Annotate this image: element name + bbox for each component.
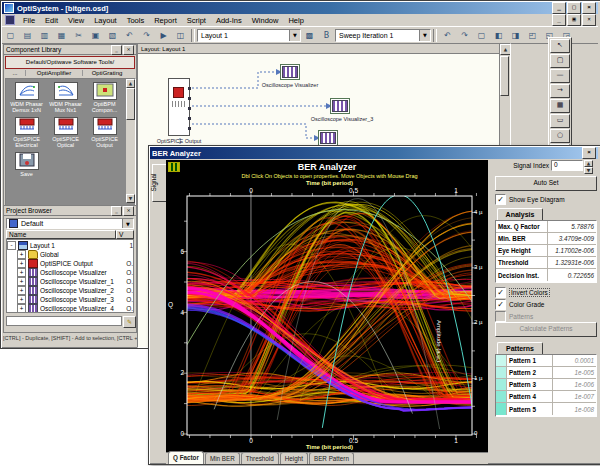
report-view-button[interactable]: ◧ — [490, 28, 507, 43]
checkbox-checked-icon[interactable] — [495, 194, 506, 205]
menu-item-tools[interactable]: Tools — [122, 14, 150, 27]
cut-button[interactable]: ✂ — [70, 28, 87, 43]
port-icon[interactable] — [188, 117, 191, 120]
tree-row-visualizer3[interactable]: + Oscilloscope Visualizer_3 O. — [17, 295, 134, 304]
spin-up-icon[interactable]: ▲ — [584, 160, 593, 167]
library-tab-optiamplifier[interactable]: OptiAmplifier — [26, 70, 83, 76]
redo-button[interactable]: ↷ — [138, 28, 155, 43]
page-view-button[interactable]: ▢ — [473, 28, 490, 43]
minimize-icon[interactable]: _ — [552, 2, 566, 14]
forward-button[interactable]: ↷ — [456, 28, 473, 43]
color-grade-checkbox-row[interactable]: Color Grade — [495, 299, 544, 310]
library-item[interactable]: OptiSPICE Optical — [46, 115, 85, 148]
menu-item-window[interactable]: Window — [247, 14, 284, 27]
expand-icon[interactable]: + — [17, 268, 26, 277]
panel-close-icon[interactable]: × — [123, 206, 134, 216]
doc-minimize-icon[interactable]: _ — [552, 14, 566, 26]
component-button[interactable]: ▦ — [550, 99, 570, 113]
layout-select[interactable]: Layout 1 ▼ — [197, 29, 301, 42]
port-icon[interactable] — [188, 87, 191, 90]
sweep-mode-button[interactable]: B — [318, 28, 335, 43]
tab-height[interactable]: Height — [280, 452, 308, 464]
layout-manager-button[interactable]: ◫ — [172, 28, 189, 43]
expand-icon[interactable]: + — [17, 250, 26, 259]
menu-item-file[interactable]: File — [18, 14, 40, 27]
tab-threshold[interactable]: Threshold — [241, 452, 279, 464]
library-item[interactable]: WDM Phasar Demux 1xN — [7, 80, 46, 113]
oscilloscope-visualizer3-component[interactable] — [330, 98, 350, 114]
edit-pencil-icon[interactable]: ✎ — [123, 316, 136, 328]
expand-icon[interactable]: + — [17, 286, 26, 295]
tree-row-visualizer[interactable]: + Oscilloscope Visualizer O. — [17, 268, 134, 277]
grid-view-button[interactable]: ▩ — [301, 28, 318, 43]
app-titlebar[interactable]: OptiSystem - [bitgen.osd] _ □ × — [2, 2, 598, 14]
spin-down-icon[interactable]: ▼ — [584, 167, 593, 174]
ellipse-button[interactable]: ○ — [550, 129, 570, 143]
menu-item-edit[interactable]: Edit — [40, 14, 63, 27]
menu-item-view[interactable]: View — [63, 14, 89, 27]
select-button[interactable]: ↖ — [550, 39, 570, 53]
hand-button[interactable]: — — [550, 69, 570, 83]
port-icon[interactable] — [188, 127, 191, 130]
library-tab-optigrating[interactable]: OptiGrating — [83, 70, 131, 76]
checkbox-checked-icon[interactable] — [495, 287, 506, 298]
tree-row-visualizer4[interactable]: + Oscilloscope Visualizer_4 O. — [17, 304, 134, 313]
signal-index-spinner[interactable]: ▲ ▼ — [584, 160, 593, 171]
new-button[interactable]: ▢ — [2, 28, 19, 43]
checkbox-checked-icon[interactable] — [495, 299, 506, 310]
show-eye-checkbox-row[interactable]: Show Eye Diagram — [495, 194, 565, 205]
menu-item-report[interactable]: Report — [149, 14, 182, 27]
column-name[interactable]: Name — [6, 230, 116, 239]
auto-set-button[interactable]: Auto Set — [495, 176, 597, 191]
marquee-button[interactable]: ▢ — [550, 54, 570, 68]
tree-row-optispice-output[interactable]: + OptiSPICE Output O. — [17, 259, 134, 268]
tab-min-ber[interactable]: Min BER — [205, 452, 240, 464]
library-scrollbar[interactable]: ▲ ▼ — [126, 79, 135, 203]
scroll-up-icon[interactable]: ▲ — [126, 79, 135, 88]
save-button[interactable]: ▥ — [36, 28, 53, 43]
column-value[interactable]: V — [116, 230, 134, 239]
close-icon[interactable]: × — [582, 147, 596, 159]
scroll-up-icon[interactable]: ▲ — [500, 44, 511, 55]
tree-row-visualizer2[interactable]: + Oscilloscope Visualizer_2 O. — [17, 286, 134, 295]
menu-item-help[interactable]: Help — [283, 14, 308, 27]
panel-pin-icon[interactable]: _ — [111, 45, 122, 55]
project-browser-titlebar[interactable]: Project Browser _ × — [4, 206, 136, 216]
canvas-tab[interactable]: Layout: Layout 1 — [138, 44, 510, 54]
menu-item-layout[interactable]: Layout — [89, 14, 122, 27]
back-button[interactable]: ↶ — [439, 28, 456, 43]
library-tab-more[interactable]: ... — [5, 70, 26, 76]
tab-signal[interactable]: Signal — [152, 164, 167, 202]
scope-select[interactable]: Default ▼ — [6, 218, 134, 229]
chevron-down-icon[interactable]: ▼ — [122, 219, 133, 228]
menu-item-addins[interactable]: Add-Ins — [211, 14, 247, 27]
invert-colors-checkbox-row[interactable]: Invert Colors — [495, 287, 550, 298]
library-item[interactable]: WDM Phasar Mux Nx1 — [46, 80, 85, 113]
run-button[interactable]: ▶ — [155, 28, 172, 43]
library-item[interactable]: Save — [7, 150, 46, 177]
copy-button[interactable]: ▣ — [87, 28, 104, 43]
expand-icon[interactable]: + — [17, 277, 26, 286]
collapse-icon[interactable]: - — [7, 241, 16, 250]
component-library-titlebar[interactable]: Component Library _ × — [4, 45, 136, 55]
open-button[interactable]: ▤ — [19, 28, 36, 43]
expand-icon[interactable]: + — [17, 304, 26, 313]
port-icon[interactable] — [188, 107, 191, 110]
port-icon[interactable] — [188, 97, 191, 100]
panel-pin-icon[interactable]: _ — [111, 206, 122, 216]
ber-titlebar[interactable]: BER Analyzer × — [150, 147, 598, 159]
paste-button[interactable]: ▧ — [104, 28, 121, 43]
signal-index-input[interactable]: 0 — [551, 160, 583, 171]
doc-close-icon[interactable]: × — [582, 14, 596, 26]
print-button[interactable]: ▦ — [53, 28, 70, 43]
tree-row-visualizer1[interactable]: + Oscilloscope Visualizer_1 O. — [17, 277, 134, 286]
tree-row-global[interactable]: + Global — [17, 250, 134, 259]
oscilloscope-visualizer-component[interactable] — [280, 64, 300, 80]
chevron-down-icon[interactable]: ▼ — [289, 30, 300, 41]
doc-restore-icon[interactable]: ▣ — [567, 14, 581, 26]
sweep-select[interactable]: Sweep Iteration 1 ▼ — [335, 29, 431, 42]
maximize-icon[interactable]: □ — [567, 2, 581, 14]
window-cascade-button[interactable]: ◰ — [524, 28, 541, 43]
connect-button[interactable]: → — [550, 84, 570, 98]
chevron-down-icon[interactable]: ▼ — [419, 30, 430, 41]
